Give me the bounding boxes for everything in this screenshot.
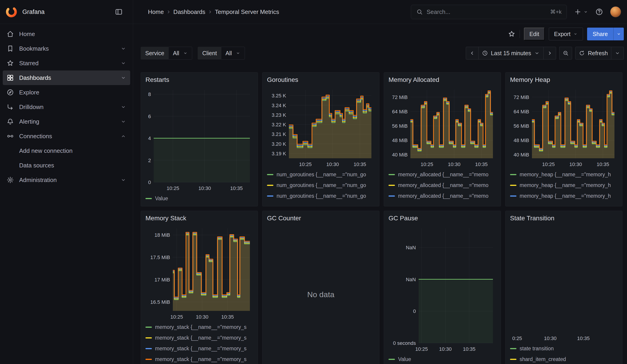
top-nav-bar: Grafana Home › Dashboards › Temporal Ser… [0, 0, 627, 24]
sidebar-item-explore[interactable]: Explore [3, 85, 130, 100]
sidebar-item-home[interactable]: Home [3, 27, 130, 41]
legend-label: memory_allocated {__name__="memo [398, 204, 488, 204]
legend-item[interactable]: Value [146, 193, 253, 204]
legend-item[interactable]: memory_allocated {__name__="memo [388, 201, 496, 204]
chevron-down-icon[interactable] [120, 104, 127, 110]
export-button[interactable]: Export [549, 28, 583, 40]
legend-item[interactable]: num_goroutines {__name__="num_go [267, 201, 375, 204]
panel-title[interactable]: Memory Heap [510, 76, 618, 85]
legend-label: state transition [520, 346, 554, 352]
legend-item[interactable]: shard_item_created [510, 354, 618, 364]
search-bar[interactable]: ⌘+k [411, 5, 567, 19]
legend-item[interactable]: memory_heap {__name__="memory_h [510, 169, 618, 180]
refresh-button[interactable]: Refresh [575, 47, 611, 59]
legend-item[interactable]: memory_heap {__name__="memory_h [510, 201, 618, 204]
breadcrumb-home[interactable]: Home [148, 8, 164, 15]
search-icon [416, 8, 423, 15]
sidebar-item-dashboards[interactable]: Dashboards [3, 70, 130, 85]
chart-area[interactable]: 40 MiB48 MiB56 MiB64 MiB72 MiB10:2510:30… [388, 86, 496, 168]
sidebar-item-drilldown[interactable]: Drilldown [3, 100, 130, 114]
help-icon[interactable] [595, 8, 603, 16]
svg-text:3.22 K: 3.22 K [271, 122, 286, 127]
time-shift-forward-button[interactable] [543, 47, 556, 59]
sidebar-item-add-new-connection[interactable]: Add new connection [3, 144, 130, 158]
dock-sidebar-icon[interactable] [115, 8, 123, 16]
svg-text:10:25: 10:25 [542, 161, 555, 167]
chevron-up-icon[interactable] [120, 133, 127, 139]
sidebar-item-connections[interactable]: Connections [3, 129, 130, 144]
svg-text:48 MiB: 48 MiB [514, 138, 529, 143]
panel-title[interactable]: Restarts [146, 76, 253, 85]
panel-title[interactable]: GC Counter [267, 215, 375, 224]
search-input[interactable] [427, 8, 547, 15]
chevron-down-icon[interactable] [120, 177, 127, 183]
time-range-picker[interactable]: Last 15 minutes [478, 47, 544, 59]
legend-item[interactable]: memory_allocated {__name__="memo [388, 169, 496, 180]
edit-button[interactable]: Edit [524, 28, 545, 40]
panel-title[interactable]: Goroutines [267, 76, 375, 85]
chart-area[interactable]: 0246810:2510:3010:35 [146, 86, 253, 192]
sidebar-item-bookmarks[interactable]: Bookmarks [3, 41, 130, 56]
legend-swatch [510, 185, 517, 186]
legend-item[interactable]: num_goroutines {__name__="num_go [267, 180, 375, 191]
zoom-out-time-button[interactable] [559, 47, 572, 59]
star-dashboard-icon[interactable] [508, 30, 516, 38]
sidebar-item-alerting[interactable]: Alerting [3, 114, 130, 129]
legend-item[interactable]: num_goroutines {__name__="num_go [267, 169, 375, 180]
time-range-group: Last 15 minutes [466, 47, 556, 59]
share-button[interactable]: Share [587, 28, 613, 40]
legend-item[interactable]: memory_stack {__name__="memory_s [146, 322, 253, 332]
time-shift-back-button[interactable] [466, 47, 478, 59]
share-menu-button[interactable] [613, 28, 624, 40]
panel-title[interactable]: Memory Stack [146, 215, 253, 224]
topbar-right [567, 6, 627, 17]
no-data-region[interactable]: No data [267, 224, 375, 364]
variable-value-dropdown[interactable]: All [169, 47, 192, 59]
legend-item[interactable]: state transition [510, 343, 618, 354]
legend-item[interactable]: Value [388, 354, 496, 364]
sidebar-item-starred[interactable]: Starred [3, 56, 130, 70]
chevron-down-icon[interactable] [120, 118, 127, 125]
panel-title[interactable]: Memory Allocated [388, 76, 496, 85]
brand-text: Grafana [22, 8, 45, 15]
chevron-right-icon [547, 50, 553, 56]
variable-value-dropdown[interactable]: All [221, 47, 245, 59]
chart-area[interactable]: 3.19 K3.20 K3.21 K3.22 K3.23 K3.24 K3.25… [267, 86, 375, 168]
legend-item[interactable]: memory_allocated {__name__="memo [388, 191, 496, 201]
chevron-down-icon[interactable] [120, 60, 127, 66]
legend-item[interactable]: memory_heap {__name__="memory_h [510, 180, 618, 191]
legend-item[interactable]: memory_stack {__name__="memory_s [146, 354, 253, 364]
chart-area[interactable]: 40 MiB48 MiB56 MiB64 MiB72 MiB10:2510:30… [510, 86, 618, 168]
svg-text:10:25: 10:25 [167, 185, 179, 191]
legend-label: memory_heap {__name__="memory_h [520, 204, 611, 204]
timeseries-plot: 0 seconds0NaNNaN10:2510:3010:35 [388, 224, 496, 353]
svg-text:0: 0 [413, 308, 416, 314]
svg-text:3.23 K: 3.23 K [271, 112, 286, 118]
svg-text:16.5 MiB: 16.5 MiB [150, 299, 170, 305]
grafana-logo[interactable] [5, 6, 17, 18]
chart-area[interactable]: 16.5 MiB17 MiB17.5 MiB18 MiB10:2510:3010… [146, 224, 253, 321]
legend-label: memory_heap {__name__="memory_h [520, 171, 611, 178]
legend-item[interactable]: num_goroutines {__name__="num_go [267, 191, 375, 201]
chart-area[interactable]: 0:2510:3010:35 [510, 224, 618, 342]
chevron-down-icon[interactable] [120, 45, 127, 52]
new-menu-button[interactable] [574, 8, 588, 16]
chevron-down-icon[interactable] [120, 75, 127, 81]
refresh-interval-button[interactable] [611, 47, 624, 59]
user-avatar[interactable] [610, 6, 621, 17]
sidebar-item-data-sources[interactable]: Data sources [3, 158, 130, 173]
legend: Value [388, 353, 496, 364]
legend-swatch [146, 327, 152, 328]
zoom-out-icon [563, 50, 569, 56]
legend-swatch [267, 196, 273, 197]
panel-title[interactable]: GC Pause [388, 215, 496, 224]
chart-area[interactable]: 0 seconds0NaNNaN10:2510:3010:35 [388, 224, 496, 353]
legend-swatch [146, 337, 152, 338]
sidebar-item-administration[interactable]: Administration [3, 173, 130, 187]
legend-item[interactable]: memory_allocated {__name__="memo [388, 180, 496, 191]
legend-item[interactable]: memory_heap {__name__="memory_h [510, 191, 618, 201]
legend-item[interactable]: memory_stack {__name__="memory_s [146, 343, 253, 354]
panel-title[interactable]: State Transition [510, 215, 618, 224]
legend-item[interactable]: memory_stack {__name__="memory_s [146, 332, 253, 343]
breadcrumb-dashboards[interactable]: Dashboards [173, 8, 205, 15]
